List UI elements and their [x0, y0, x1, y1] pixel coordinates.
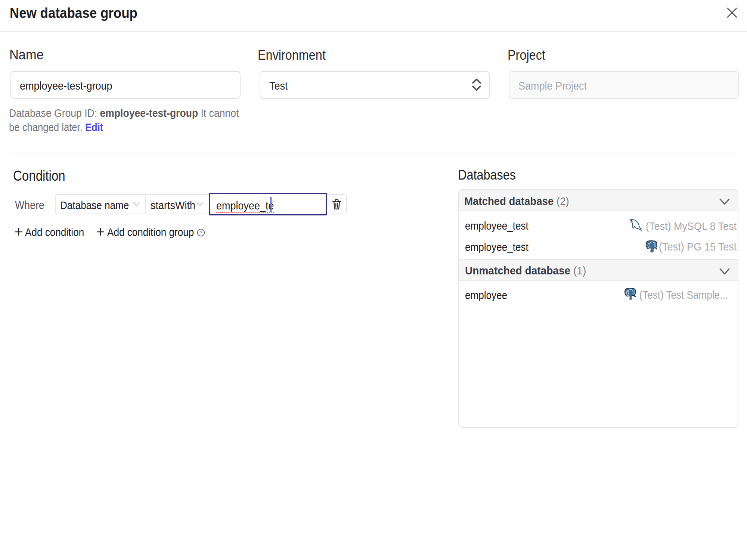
- svg-text:?: ?: [199, 230, 202, 236]
